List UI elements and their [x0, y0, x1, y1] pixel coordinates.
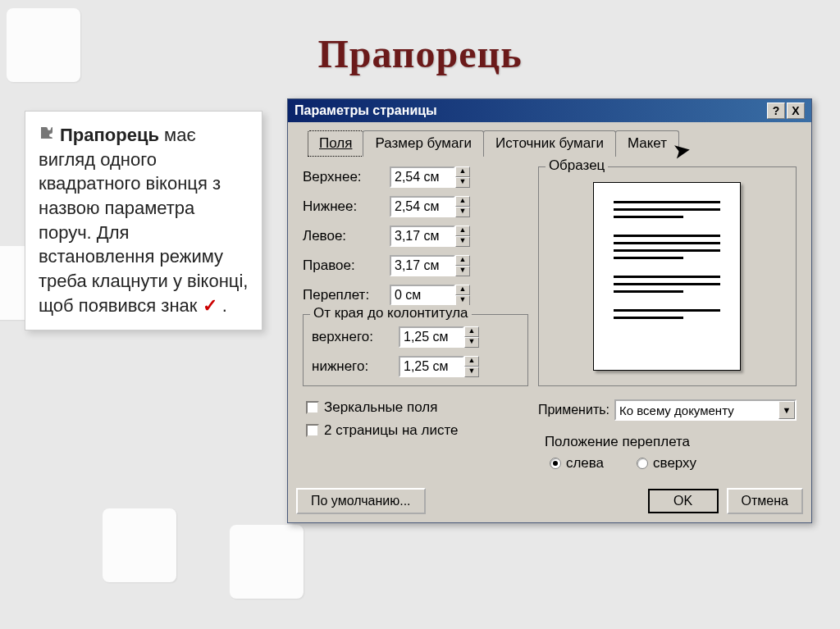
explanation-card: Прапорець має вигляд одного квадратного …	[25, 111, 262, 330]
spin-up-icon[interactable]: ▲	[464, 326, 479, 337]
tab-paper-source[interactable]: Источник бумаги	[483, 130, 616, 157]
spinner-bottom[interactable]: ▲▼	[390, 196, 470, 217]
close-button[interactable]: X	[787, 103, 805, 119]
input-top[interactable]	[390, 166, 455, 188]
radio-icon[interactable]	[550, 458, 561, 469]
slide-title: Прапорець	[0, 31, 840, 76]
label-bottom: Нижнее:	[303, 198, 385, 215]
label-header: верхнего:	[312, 329, 394, 345]
spinner-footer[interactable]: ▲▼	[399, 356, 479, 377]
input-right[interactable]	[390, 255, 455, 276]
checkbox-label: 2 страницы на листе	[324, 422, 458, 439]
label-gutter: Переплет:	[303, 287, 385, 303]
tab-fields[interactable]: Поля	[308, 130, 363, 157]
apply-label: Применить:	[538, 403, 609, 417]
dialog-footer: По умолчанию... OK Отмена	[288, 480, 811, 522]
spin-up-icon[interactable]: ▲	[455, 285, 470, 295]
gutter-position-label: Положение переплета	[545, 434, 797, 450]
input-header[interactable]	[399, 326, 464, 348]
spin-down-icon[interactable]: ▼	[455, 236, 470, 247]
spin-down-icon[interactable]: ▼	[464, 337, 479, 348]
spin-up-icon[interactable]: ▲	[455, 255, 470, 266]
label-footer: нижнего:	[312, 358, 394, 375]
checkmark-symbol: ✓	[203, 295, 217, 316]
explanation-text: Прапорець має вигляд одного квадратного …	[39, 123, 249, 318]
checkbox-two-pages[interactable]: 2 страницы на листе	[306, 422, 528, 439]
cancel-button[interactable]: Отмена	[727, 488, 803, 514]
spinner-gutter[interactable]: ▲▼	[390, 285, 470, 306]
page-setup-dialog: Параметры страницы ? X Поля Размер бумаг…	[287, 98, 812, 523]
tab-paper-size[interactable]: Размер бумаги	[363, 130, 484, 157]
label-left: Левое:	[303, 228, 385, 244]
sample-group: Образец	[538, 166, 797, 386]
header-footer-group: От края до колонтитула верхнего: ▲▼ нижн…	[303, 314, 528, 386]
chevron-down-icon[interactable]: ▼	[778, 401, 795, 419]
input-left[interactable]	[390, 226, 455, 247]
spin-down-icon[interactable]: ▼	[455, 207, 470, 217]
radio-icon[interactable]	[637, 458, 648, 469]
radio-gutter-top[interactable]: сверху	[637, 455, 696, 472]
apply-value[interactable]	[616, 401, 778, 419]
body-bold: Прапорець	[60, 125, 159, 145]
radio-label: сверху	[653, 455, 696, 472]
spin-up-icon[interactable]: ▲	[455, 196, 470, 207]
default-button[interactable]: По умолчанию...	[296, 488, 426, 514]
spinner-left[interactable]: ▲▼	[390, 226, 470, 247]
tab-layout[interactable]: Макет	[615, 130, 679, 157]
spin-up-icon[interactable]: ▲	[455, 226, 470, 236]
spinner-right[interactable]: ▲▼	[390, 255, 470, 276]
spin-down-icon[interactable]: ▼	[464, 367, 479, 377]
radio-label: слева	[566, 455, 604, 472]
group-legend: От края до колонтитула	[310, 305, 472, 321]
puzzle-bullet-icon	[39, 125, 55, 141]
checkbox-label: Зеркальные поля	[324, 399, 437, 416]
spin-down-icon[interactable]: ▼	[455, 177, 470, 188]
spin-down-icon[interactable]: ▼	[455, 266, 470, 276]
checkbox-icon[interactable]	[306, 401, 319, 414]
spin-up-icon[interactable]: ▲	[464, 356, 479, 367]
help-button[interactable]: ?	[767, 103, 785, 119]
dialog-titlebar[interactable]: Параметры страницы ? X	[288, 99, 811, 122]
checkbox-icon[interactable]	[306, 424, 319, 437]
spinner-top[interactable]: ▲▼	[390, 166, 470, 188]
radio-gutter-left[interactable]: слева	[550, 455, 604, 472]
spinner-header[interactable]: ▲▼	[399, 326, 479, 348]
body-end: .	[217, 295, 227, 316]
tab-strip: Поля Размер бумаги Источник бумаги Макет	[296, 130, 803, 157]
dialog-title: Параметры страницы	[294, 103, 437, 118]
page-preview	[593, 182, 741, 371]
label-right: Правое:	[303, 258, 385, 274]
input-footer[interactable]	[399, 356, 464, 377]
checkbox-mirror-margins[interactable]: Зеркальные поля	[306, 399, 528, 416]
input-gutter[interactable]	[390, 285, 455, 306]
apply-dropdown[interactable]: ▼	[614, 399, 797, 421]
ok-button[interactable]: OK	[648, 489, 719, 513]
label-top: Верхнее:	[303, 169, 385, 185]
input-bottom[interactable]	[390, 196, 455, 217]
spin-up-icon[interactable]: ▲	[455, 166, 470, 177]
body-rest: має вигляд одного квадратного віконця з …	[39, 125, 248, 316]
sample-legend: Образец	[546, 157, 608, 174]
